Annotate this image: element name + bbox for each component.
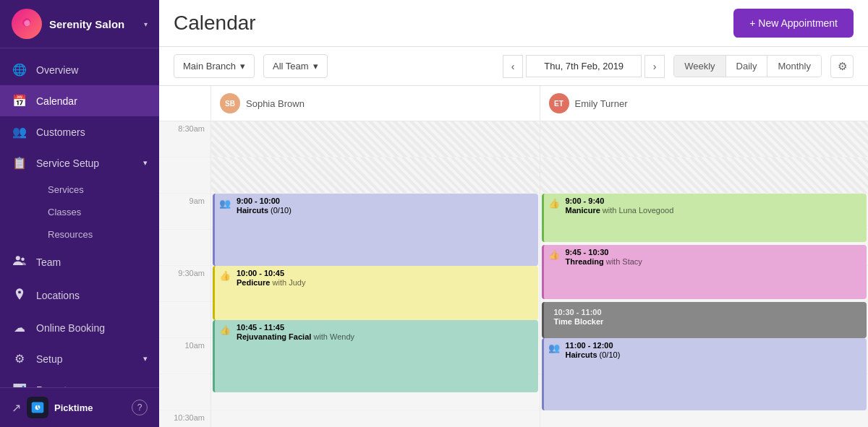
sidebar-item-overview[interactable]: 🌐 Overview [0,54,159,85]
emily-cell-830 [540,121,869,158]
help-button[interactable]: ? [132,400,148,415]
appt-time: 9:45 - 10:30 [566,248,861,256]
sophia-column: 👥 9:00 - 10:00 Haircuts (0/10) 👍 10:00 -… [211,121,540,427]
emily-cell-845 [540,158,869,194]
branch-label: Main Branch [183,61,236,72]
calendar-scroll[interactable]: SB Sophia Brown ET Emily Turner 8:30am 9… [159,86,868,427]
staff-header-sophia: SB Sophia Brown [211,86,540,121]
appt-content: 9:00 - 10:00 Haircuts (0/10) [221,197,532,215]
svg-point-2 [21,258,25,262]
sophia-name: Sophia Brown [246,98,305,109]
time-empty1 [159,158,210,194]
service-setup-icon: 📋 [12,156,27,170]
reports-icon: 📊 [12,383,27,387]
logout-icon[interactable]: ↗ [12,401,21,415]
setup-icon: ⚙ [12,352,27,366]
appt-content: 10:00 - 10:45 Pedicure with Judy [221,269,532,287]
team-dropdown[interactable]: All Team ▾ [263,54,328,78]
sidebar-item-team[interactable]: Team [0,246,159,279]
appt-service: Threading with Stacy [566,257,861,266]
appt-content: 9:00 - 9:40 Manicure with Luna Lovegood [550,197,861,215]
prev-date-button[interactable]: ‹ [503,55,523,78]
sidebar-item-label: Service Setup [36,158,99,169]
sidebar-item-locations[interactable]: Locations [0,279,159,312]
new-appointment-button[interactable]: + New Appointment [733,9,854,38]
threading-icon: 👍 [548,249,560,260]
time-10am: 10am [159,338,210,374]
subnav-classes[interactable]: Classes [36,201,159,223]
service-setup-subnav: Services Classes Resources [0,178,159,246]
appointment-et-timeblocker[interactable]: 10:30 - 11:00 Time Blocker [542,302,867,338]
calendar-body: 8:30am 9am 9:30am 10am 10:30am 11am 11:3… [159,121,868,427]
overview-icon: 🌐 [12,63,27,77]
calendar-toolbar: Main Branch ▾ All Team ▾ ‹ Thu, 7th Feb,… [159,47,868,86]
appointment-et-threading[interactable]: 👍 9:45 - 10:30 Threading with Stacy [542,245,867,299]
monthly-view-button[interactable]: Monthly [767,56,821,77]
calendar-settings-button[interactable]: ⚙ [830,55,854,78]
sidebar-item-online-booking[interactable]: ☁ Online Booking [0,312,159,343]
appt-service: Rejuvanating Facial with Wendy [237,332,532,341]
picktime-brand: Picktime [54,402,93,413]
sidebar-item-label: Online Booking [36,322,105,334]
emily-column: 👍 9:00 - 9:40 Manicure with Luna Lovegoo… [540,121,869,427]
settings-icon: ⚙ [838,60,847,73]
branch-chevron-icon: ▾ [240,61,245,72]
staff-header-emily: ET Emily Turner [540,86,869,121]
calendar-icon: 📅 [12,94,27,108]
main-content: Calendar + New Appointment Main Branch ▾… [159,0,868,427]
appt-time: 9:00 - 9:40 [566,197,861,205]
time-830am: 8:30am [159,121,210,158]
appt-service: Haircuts (0/10) [237,206,532,215]
appt-service: Haircuts (0/10) [566,350,861,359]
appt-time: 11:00 - 12:00 [566,341,861,350]
emily-avatar: ET [549,93,569,113]
branch-dropdown[interactable]: Main Branch ▾ [174,54,255,78]
sidebar-header[interactable]: Serenity Salon ▾ [0,0,159,48]
main-header: Calendar + New Appointment [159,0,868,47]
appt-time: 10:45 - 11:45 [237,323,532,332]
view-selector: Weekly Daily Monthly [673,55,822,77]
time-1030am: 10:30am [159,410,210,427]
current-date: Thu, 7th Feb, 2019 [526,55,642,77]
sidebar-footer: ↗ Picktime ? [0,387,159,427]
daily-view-button[interactable]: Daily [726,56,768,77]
time-9am: 9am [159,194,210,230]
sidebar-item-setup[interactable]: ⚙ Setup ▾ [0,343,159,374]
subnav-resources[interactable]: Resources [36,223,159,246]
sidebar-item-service-setup[interactable]: 📋 Service Setup ▾ [0,147,159,178]
setup-chevron-icon: ▾ [143,354,148,363]
weekly-view-button[interactable]: Weekly [674,56,726,77]
page-title: Calendar [174,12,256,35]
appointment-sb-facial[interactable]: 👍 10:45 - 11:45 Rejuvanating Facial with… [213,320,538,392]
picktime-logo [27,397,48,418]
appt-time: 10:30 - 11:00 [554,308,857,316]
salon-chevron-icon[interactable]: ▾ [144,20,148,28]
customers-icon: 👥 [12,125,27,139]
sophia-cell-1030 [211,410,540,427]
haircuts-icon: 👥 [219,198,231,209]
sophia-cell-830 [211,121,540,158]
staff-header-row: SB Sophia Brown ET Emily Turner [159,86,868,121]
next-date-button[interactable]: › [644,55,665,78]
sidebar-item-customers[interactable]: 👥 Customers [0,116,159,147]
subnav-services[interactable]: Services [36,178,159,201]
sidebar-item-reports[interactable]: 📊 Reports [0,374,159,387]
nav-items: 🌐 Overview 📅 Calendar 👥 Customers 📋 Serv… [0,48,159,387]
online-booking-icon: ☁ [12,321,27,335]
appointment-sb-haircuts[interactable]: 👥 9:00 - 10:00 Haircuts (0/10) [213,194,538,266]
appt-service: Time Blocker [554,317,857,326]
appt-content: 11:00 - 12:00 Haircuts (0/10) [550,341,861,359]
appointment-et-haircuts[interactable]: 👥 11:00 - 12:00 Haircuts (0/10) [542,338,867,410]
time-header-spacer [159,86,211,121]
emily-cell-1030 [540,410,869,427]
locations-icon [12,288,27,303]
time-empty2 [159,230,210,266]
sidebar: Serenity Salon ▾ 🌐 Overview 📅 Calendar 👥… [0,0,159,427]
team-chevron-icon: ▾ [313,61,318,72]
appointment-sb-pedicure[interactable]: 👍 10:00 - 10:45 Pedicure with Judy [213,266,538,320]
sidebar-item-label: Overview [36,64,78,76]
svg-point-1 [16,256,20,260]
team-label: All Team [273,61,309,72]
sidebar-item-calendar[interactable]: 📅 Calendar [0,85,159,116]
appointment-et-manicure[interactable]: 👍 9:00 - 9:40 Manicure with Luna Lovegoo… [542,194,867,242]
